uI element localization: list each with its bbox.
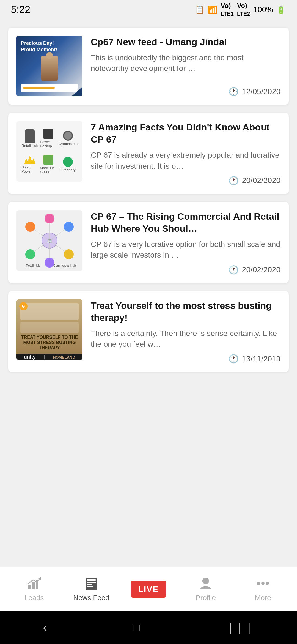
article-3-date: 20/02/2020 xyxy=(242,265,280,274)
signal-lte2-icon: Vo)LTE2 xyxy=(237,2,250,17)
gymnasium-icon xyxy=(63,131,73,141)
leads-label: Leads xyxy=(24,594,44,602)
article-4-excerpt: There is a certainty. Then there is sens… xyxy=(91,328,280,350)
svg-text:Retail Hub: Retail Hub xyxy=(26,264,40,267)
back-button[interactable]: ‹ xyxy=(43,621,47,634)
recents-button[interactable]: ❘❘❘ xyxy=(226,621,254,634)
hub-diagram: 🏢 Retail Hub Commercial Hub xyxy=(22,213,77,268)
svg-point-28 xyxy=(266,582,269,585)
clock-icon-1: 🕐 xyxy=(229,87,239,96)
svg-point-11 xyxy=(45,214,54,223)
svg-point-10 xyxy=(64,249,74,259)
article-3-excerpt: CP 67 is a very lucrative option for bot… xyxy=(91,239,280,260)
svg-rect-21 xyxy=(87,579,96,581)
person-figure xyxy=(41,56,58,81)
article-1-content: Cp67 New feed - Umang Jindal This is und… xyxy=(91,36,280,96)
pocket-backup-icon xyxy=(43,129,53,139)
svg-text:Commercial Hub: Commercial Hub xyxy=(53,264,76,267)
bottom-navigation: Leads News Feed LIVE Profile xyxy=(0,567,297,611)
article-3-thumbnail: 🏢 Retail Hub Commercial Hub xyxy=(16,210,82,271)
system-navigation: ‹ □ ❘❘❘ xyxy=(0,611,297,644)
more-label: More xyxy=(255,594,271,602)
news-article-4[interactable]: G TREAT YOURSELF TO THE MOST STRESS BUST… xyxy=(8,291,289,372)
profile-label: Profile xyxy=(196,594,216,602)
battery-icon: 🔋 xyxy=(276,5,286,14)
svg-point-27 xyxy=(261,582,265,585)
article-3-title: CP 67 – The Rising Commercial And Retail… xyxy=(91,210,280,234)
home-button[interactable]: □ xyxy=(133,621,140,634)
article-3-content: CP 67 – The Rising Commercial And Retail… xyxy=(91,210,280,275)
svg-rect-16 xyxy=(28,585,31,589)
battery-indicator: 100% xyxy=(253,5,273,14)
status-time: 5:22 xyxy=(11,4,30,15)
article-2-excerpt: CP 67 is already a very extremely popula… xyxy=(91,150,280,171)
clock-icon-2: 🕐 xyxy=(229,176,239,185)
article-2-date: 20/02/2020 xyxy=(242,176,280,185)
nav-live[interactable]: LIVE xyxy=(120,581,177,598)
svg-point-25 xyxy=(202,578,209,584)
article-1-title: Cp67 New feed - Umang Jindal xyxy=(91,36,280,48)
article-4-date-row: 🕐 13/11/2019 xyxy=(91,354,280,364)
article-1-date-row: 🕐 12/05/2020 xyxy=(91,87,280,96)
status-icons: 📋 📶 Vo)LTE1 Vo)LTE2 100% 🔋 xyxy=(195,2,286,17)
status-bar: 5:22 📋 📶 Vo)LTE1 Vo)LTE2 100% 🔋 xyxy=(0,0,297,19)
clock-icon-4: 🕐 xyxy=(229,354,239,364)
svg-rect-24 xyxy=(87,586,94,587)
wifi-icon: 📶 xyxy=(208,5,218,14)
svg-point-26 xyxy=(257,582,260,585)
nav-profile[interactable]: Profile xyxy=(177,576,234,602)
svg-rect-17 xyxy=(32,582,35,589)
svg-point-7 xyxy=(25,222,35,232)
svg-text:🏢: 🏢 xyxy=(47,239,52,243)
article-4-date: 13/11/2019 xyxy=(242,354,280,363)
profile-icon xyxy=(199,576,213,591)
solar-panel-icon xyxy=(24,156,35,164)
news-feed-icon xyxy=(84,576,98,591)
article-1-thumbnail: Precious Day!Proud Moment! xyxy=(16,36,82,96)
live-button[interactable]: LIVE xyxy=(131,581,167,598)
signal-lte1-icon: Vo)LTE1 xyxy=(221,2,234,17)
article-4-thumbnail: G TREAT YOURSELF TO THE MOST STRESS BUST… xyxy=(16,299,82,360)
news-article-2[interactable]: Retail Hub Power Backup Gymnasium Solar … xyxy=(8,113,289,194)
nav-news-feed[interactable]: News Feed xyxy=(63,576,120,602)
news-article-3[interactable]: 🏢 Retail Hub Commercial Hub CP 67 – The … xyxy=(8,202,289,283)
nav-leads[interactable]: Leads xyxy=(6,576,63,602)
svg-point-8 xyxy=(64,222,74,232)
svg-point-12 xyxy=(45,258,54,268)
article-2-thumbnail: Retail Hub Power Backup Gymnasium Solar … xyxy=(16,121,82,182)
made-in-india-icon xyxy=(43,155,53,165)
leads-icon xyxy=(27,576,41,591)
environment-icon xyxy=(63,157,73,167)
article-4-title: Treat Yourself to the most stress bustin… xyxy=(91,299,280,324)
svg-rect-22 xyxy=(87,582,96,583)
clock-icon-3: 🕐 xyxy=(229,265,239,275)
nav-more[interactable]: More xyxy=(234,576,292,602)
article-2-content: 7 Amazing Facts You Didn't Know About CP… xyxy=(91,121,280,185)
article-2-title: 7 Amazing Facts You Didn't Know About CP… xyxy=(91,121,280,145)
clipboard-icon: 📋 xyxy=(195,5,205,14)
news-feed-label: News Feed xyxy=(73,594,109,602)
article-4-content: Treat Yourself to the most stress bustin… xyxy=(91,299,280,364)
more-icon xyxy=(256,576,270,591)
news-article-1[interactable]: Precious Day!Proud Moment! Cp67 New feed… xyxy=(8,28,289,105)
article-3-date-row: 🕐 20/02/2020 xyxy=(91,265,280,275)
svg-rect-23 xyxy=(87,584,92,585)
news-feed-list: Precious Day!Proud Moment! Cp67 New feed… xyxy=(0,19,297,372)
svg-point-9 xyxy=(25,249,35,259)
building-icon xyxy=(25,129,35,143)
article-1-date: 12/05/2020 xyxy=(242,87,280,96)
article-2-date-row: 🕐 20/02/2020 xyxy=(91,176,280,185)
article-1-excerpt: This is undoubtedly the biggest and the … xyxy=(91,52,280,74)
